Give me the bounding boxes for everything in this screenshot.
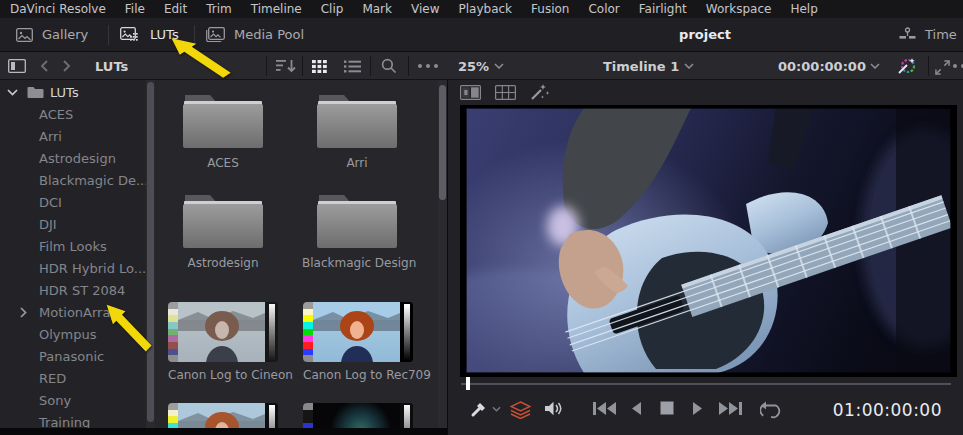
menu-playback[interactable]: Playback [458, 2, 512, 16]
color-bar-strip [303, 302, 313, 362]
folder-item-arri[interactable]: Arri [302, 92, 412, 170]
luts-icon [120, 27, 141, 43]
menu-color[interactable]: Color [588, 2, 619, 16]
timeline-node-icon [898, 27, 917, 42]
list-view-icon [344, 60, 361, 73]
chevron-down-icon [870, 63, 880, 69]
viewer-zoom-select[interactable]: 25% [458, 52, 489, 80]
back-button[interactable] [40, 52, 49, 80]
menu-mark[interactable]: Mark [362, 2, 392, 16]
lut-label: Canon Log to Cineon [168, 368, 278, 382]
play-icon [692, 401, 704, 416]
lut-item-canon-log-to-cineon[interactable]: Canon Log to Cineon [168, 302, 278, 382]
menu-file[interactable]: File [125, 2, 145, 16]
stop-button[interactable] [660, 401, 674, 415]
page-tab-bar: Gallery LUTs Med [0, 18, 963, 52]
split-compare-icon[interactable] [460, 85, 481, 100]
timeline-select[interactable]: Timeline 1 [603, 52, 679, 80]
enhance-wand-icon[interactable] [530, 83, 550, 101]
viewer-scrubber[interactable] [461, 383, 951, 385]
loop-button[interactable] [760, 401, 784, 419]
viewer-options-button[interactable] [953, 52, 963, 80]
multiview-grid-icon[interactable] [495, 85, 516, 100]
sort-button[interactable] [276, 52, 296, 80]
sidebar-item-dji[interactable]: DJI [0, 214, 146, 236]
folder-icon [27, 86, 44, 99]
sidebar-root-luts[interactable]: LUTs [0, 80, 146, 104]
sidebar-item-arri[interactable]: Arri [0, 126, 146, 148]
viewer-panel: 01:00:00:00 [447, 80, 963, 435]
menu-help[interactable]: Help [790, 2, 817, 16]
timecode-chevron[interactable] [870, 52, 880, 80]
menu-fairlight[interactable]: Fairlight [639, 2, 687, 16]
chevron-collapsed-icon [20, 307, 27, 318]
chevron-down-icon [494, 63, 504, 69]
folder-label: Blackmagic Design [302, 256, 412, 270]
transport-bar: 01:00:00:00 [448, 392, 963, 435]
folder-icon [179, 192, 267, 250]
expand-viewer-button[interactable] [935, 53, 950, 81]
viewer-timecode: 01:00:00:00 [833, 400, 942, 420]
sidebar-item-film-looks[interactable]: Film Looks [0, 236, 146, 258]
chevron-expanded-icon [7, 89, 18, 96]
color-enhance-button[interactable] [896, 52, 918, 80]
sidebar-item-dci[interactable]: DCI [0, 192, 146, 214]
grid-view-button[interactable] [312, 52, 327, 80]
timecode-select[interactable]: 00:00:00:00 [778, 52, 866, 80]
sidebar-item-sony[interactable]: Sony [0, 390, 146, 412]
step-back-button[interactable] [630, 401, 642, 416]
sort-icon [276, 59, 296, 73]
sidebar-item-astrodesign[interactable]: Astrodesign [0, 148, 146, 170]
folder-item-aces[interactable]: ACES [168, 92, 278, 170]
sidebar-item-hdr-st-2084[interactable]: HDR ST 2084 [0, 280, 146, 302]
search-button[interactable] [381, 52, 397, 80]
viewer-zoom-chevron[interactable] [494, 52, 504, 80]
annotation-arrow-luts [168, 36, 234, 80]
browser-scrollbar-thumb[interactable] [439, 85, 446, 200]
grab-still-button[interactable] [470, 401, 487, 418]
play-button[interactable] [692, 401, 704, 416]
menu-clip[interactable]: Clip [321, 2, 344, 16]
menu-view[interactable]: View [411, 2, 439, 16]
lut-item-canon-log-to-rec709[interactable]: Canon Log to Rec709 [303, 302, 413, 382]
sidebar-scrollbar[interactable] [146, 80, 155, 435]
sidebar-item-aces[interactable]: ACES [0, 104, 146, 126]
skip-start-icon [592, 401, 617, 416]
browser-scrollbar[interactable] [438, 80, 447, 435]
portrait-scene [178, 302, 265, 362]
grab-still-chevron[interactable] [492, 406, 501, 412]
sidebar-item-blackmagic-design[interactable]: Blackmagic De... [0, 170, 146, 192]
wipe-modes-button[interactable] [510, 401, 531, 419]
folder-item-blackmagic-design[interactable]: Blackmagic Design [302, 192, 412, 270]
menu-edit[interactable]: Edit [164, 2, 187, 16]
folder-item-astrodesign[interactable]: Astrodesign [168, 192, 278, 270]
folder-icon [313, 92, 401, 150]
list-view-button[interactable] [344, 52, 361, 80]
menu-timeline[interactable]: Timeline [251, 2, 302, 16]
chevron-right-icon [62, 59, 71, 73]
sidebar-scrollbar-thumb[interactable] [147, 82, 154, 422]
playhead[interactable] [466, 377, 470, 390]
go-to-end-button[interactable] [718, 401, 743, 416]
search-icon [381, 58, 397, 74]
sidebar-item-red[interactable]: RED [0, 368, 146, 390]
browser-options-button[interactable] [418, 52, 438, 80]
menu-davinci-resolve[interactable]: DaVinci Resolve [10, 2, 106, 16]
eyedropper-icon [470, 401, 487, 418]
menu-fusion[interactable]: Fusion [531, 2, 569, 16]
tab-gallery[interactable]: Gallery [16, 18, 88, 51]
lut-label: Canon Log to Rec709 [303, 368, 413, 382]
panel-toggle-button[interactable] [8, 52, 26, 80]
go-to-start-button[interactable] [592, 401, 617, 416]
menu-trim[interactable]: Trim [206, 2, 232, 16]
audio-mute-button[interactable] [544, 401, 563, 416]
timeline-select-chevron[interactable] [684, 52, 694, 80]
menu-workspace[interactable]: Workspace [706, 2, 772, 16]
ellipsis-icon [418, 64, 438, 68]
sidebar-item-hdr-hybrid[interactable]: HDR Hybrid Lo... [0, 258, 146, 280]
timelines-toggle[interactable]: Time [898, 18, 957, 51]
speaker-icon [544, 401, 563, 416]
forward-button[interactable] [62, 52, 71, 80]
ellipsis-icon [953, 64, 963, 68]
lut-thumbnail [303, 302, 413, 362]
